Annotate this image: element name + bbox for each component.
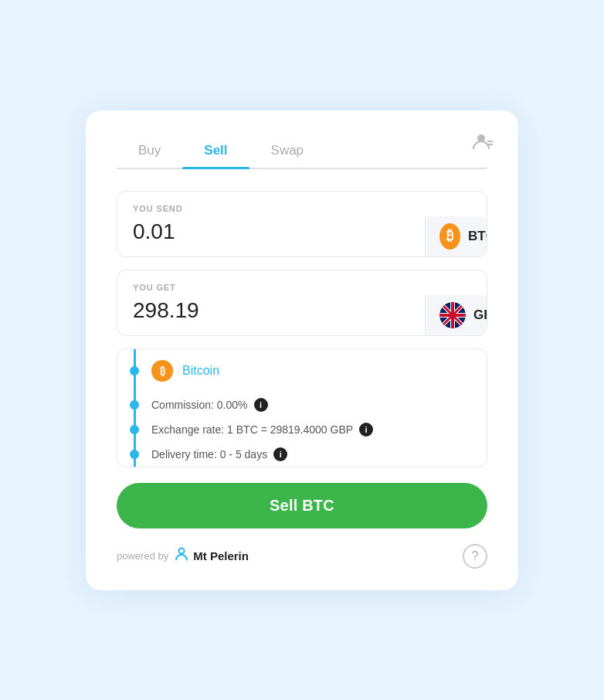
delivery-time-item: Delivery time: 0 - 5 days i	[117, 442, 487, 467]
powered-by-text: powered by	[117, 550, 168, 562]
mt-pelerin-logo: Mt Pelerin	[173, 545, 249, 566]
svg-point-14	[179, 549, 185, 554]
send-section: YOU SEND ₿ BTC ▾	[117, 191, 487, 257]
receive-label: YOU GET	[117, 283, 487, 292]
btc-icon: ₿	[439, 223, 460, 250]
send-input-row: ₿ BTC ▾	[117, 216, 487, 257]
tab-sell[interactable]: Sell	[182, 135, 249, 168]
receive-section: YOU GET	[117, 270, 487, 336]
tabs: Buy Sell Swap	[117, 135, 487, 169]
send-currency-code: BTC	[468, 229, 487, 244]
mt-pelerin-icon	[173, 545, 190, 566]
commission-item: Commission: 0.00% i	[117, 392, 487, 417]
send-currency-selector[interactable]: ₿ BTC ▾	[425, 216, 487, 257]
exchange-rate-info-icon[interactable]: i	[359, 423, 373, 437]
delivery-time-text: Delivery time: 0 - 5 days	[151, 448, 267, 460]
help-button[interactable]: ?	[463, 544, 487, 569]
bitcoin-dropdown-item[interactable]: ₿ Bitcoin	[117, 349, 487, 392]
footer: powered by Mt Pelerin ?	[117, 544, 487, 569]
info-panel: ₿ Bitcoin Commission: 0.00% i Exchange r…	[117, 348, 487, 467]
commission-text: Commission: 0.00%	[151, 399, 248, 411]
receive-amount-input[interactable]	[117, 295, 425, 335]
bitcoin-label: Bitcoin	[182, 364, 219, 378]
gbp-flag-icon	[439, 302, 466, 328]
commission-info-icon[interactable]: i	[254, 398, 268, 412]
sell-button[interactable]: Sell BTC	[117, 483, 487, 528]
brand-name: Mt Pelerin	[193, 549, 249, 562]
send-amount-input[interactable]	[117, 216, 425, 257]
powered-by: powered by Mt Pelerin	[117, 545, 249, 566]
bitcoin-icon: ₿	[151, 360, 173, 382]
exchange-rate-text: Exchange rate: 1 BTC = 29819.4000 GBP	[151, 423, 353, 436]
delivery-info-icon[interactable]: i	[273, 447, 287, 461]
receive-currency-selector[interactable]: GBP ▾	[425, 295, 487, 335]
exchange-rate-item: Exchange rate: 1 BTC = 29819.4000 GBP i	[117, 417, 487, 442]
tab-buy[interactable]: Buy	[117, 135, 182, 168]
receive-currency-code: GBP	[473, 308, 487, 323]
receive-input-row: GBP ▾	[117, 295, 487, 335]
tab-swap[interactable]: Swap	[249, 135, 326, 168]
send-label: YOU SEND	[117, 204, 487, 213]
main-card: Buy Sell Swap YOU SEND ₿ BTC ▾ YOU GET	[86, 110, 518, 590]
